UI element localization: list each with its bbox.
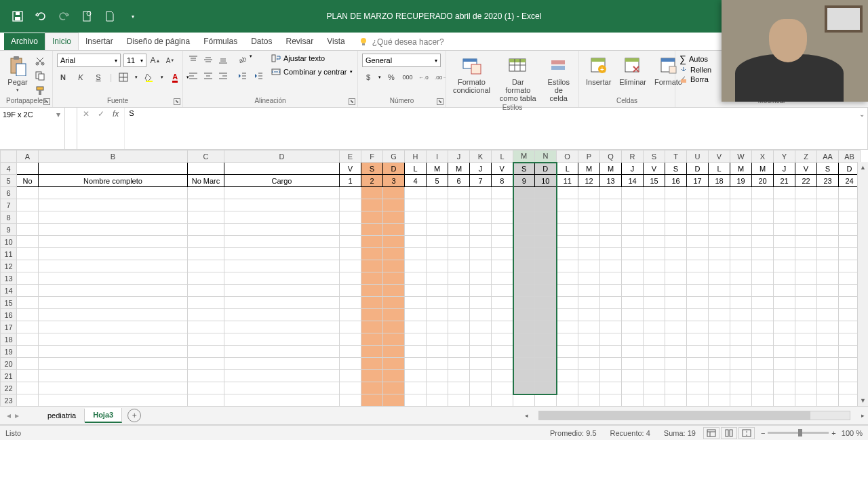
cell-I21[interactable] bbox=[427, 370, 448, 382]
cell-N22[interactable] bbox=[535, 382, 557, 394]
cell-E21[interactable] bbox=[340, 370, 361, 382]
cell-Q15[interactable] bbox=[600, 297, 622, 309]
cell-AA13[interactable] bbox=[817, 272, 839, 285]
col-header-Z[interactable]: Z bbox=[795, 150, 817, 163]
cell-F12[interactable] bbox=[361, 260, 383, 272]
cell-L14[interactable] bbox=[492, 285, 513, 297]
increase-indent-icon[interactable] bbox=[252, 70, 264, 82]
horizontal-scrollbar[interactable] bbox=[538, 411, 850, 420]
cell-Z10[interactable] bbox=[795, 236, 817, 248]
cell-C10[interactable] bbox=[188, 236, 224, 248]
cell-H15[interactable] bbox=[405, 297, 427, 309]
cell-U15[interactable] bbox=[687, 297, 709, 309]
cell-R12[interactable] bbox=[622, 260, 644, 272]
insert-cells-button[interactable]: +Insertar bbox=[583, 54, 614, 87]
cell-K23[interactable] bbox=[470, 394, 492, 407]
row-header-22[interactable]: 22 bbox=[1, 382, 17, 394]
col-header-I[interactable]: I bbox=[427, 150, 448, 163]
increase-decimal-icon[interactable]: ←.0 bbox=[418, 71, 430, 83]
cell-X23[interactable] bbox=[752, 394, 774, 407]
fx-icon[interactable]: fх bbox=[113, 109, 119, 119]
cell-K22[interactable] bbox=[470, 382, 492, 394]
cell-C12[interactable] bbox=[188, 260, 224, 272]
cell-AA8[interactable] bbox=[817, 211, 839, 224]
cell-N18[interactable] bbox=[535, 333, 557, 346]
decrease-decimal-icon[interactable]: .00→ bbox=[434, 71, 446, 83]
cell-K19[interactable] bbox=[470, 346, 492, 358]
cell-R7[interactable] bbox=[622, 199, 644, 211]
cell-F8[interactable] bbox=[361, 211, 383, 224]
cell-N17[interactable] bbox=[535, 321, 557, 333]
orientation-icon[interactable]: ab bbox=[236, 54, 248, 66]
cell-X10[interactable] bbox=[752, 236, 774, 248]
cell-R5[interactable]: 14 bbox=[622, 175, 644, 187]
cell-E14[interactable] bbox=[340, 285, 361, 297]
cell-A6[interactable] bbox=[17, 187, 39, 199]
cell-S5[interactable]: 15 bbox=[644, 175, 665, 187]
cell-J5[interactable]: 6 bbox=[448, 175, 470, 187]
cell-U22[interactable] bbox=[687, 382, 709, 394]
cell-L11[interactable] bbox=[492, 248, 513, 260]
cell-V15[interactable] bbox=[709, 297, 730, 309]
align-middle-icon[interactable] bbox=[202, 54, 214, 66]
row-header-19[interactable]: 19 bbox=[1, 346, 17, 358]
cell-C18[interactable] bbox=[188, 333, 224, 346]
cell-W7[interactable] bbox=[730, 199, 752, 211]
cell-H23[interactable] bbox=[405, 394, 427, 407]
font-name-select[interactable]: Arial▾ bbox=[57, 54, 121, 67]
cell-O16[interactable] bbox=[557, 309, 578, 321]
cell-N19[interactable] bbox=[535, 346, 557, 358]
cell-D23[interactable] bbox=[224, 394, 340, 407]
view-normal-icon[interactable] bbox=[703, 427, 719, 439]
cell-J17[interactable] bbox=[448, 321, 470, 333]
cell-Z5[interactable]: 22 bbox=[795, 175, 817, 187]
cell-P18[interactable] bbox=[578, 333, 600, 346]
cell-T20[interactable] bbox=[665, 358, 687, 370]
cell-F4[interactable]: S bbox=[361, 163, 383, 175]
sheet-nav-prev-icon[interactable]: ◂ bbox=[7, 411, 11, 420]
cell-T23[interactable] bbox=[665, 394, 687, 407]
cell-V19[interactable] bbox=[709, 346, 730, 358]
cell-M18[interactable] bbox=[513, 333, 535, 346]
zoom-out-button[interactable]: − bbox=[761, 429, 765, 437]
cell-J22[interactable] bbox=[448, 382, 470, 394]
col-header-Y[interactable]: Y bbox=[774, 150, 795, 163]
cell-E23[interactable] bbox=[340, 394, 361, 407]
cell-F16[interactable] bbox=[361, 309, 383, 321]
bold-button[interactable]: N bbox=[57, 71, 69, 83]
cell-J11[interactable] bbox=[448, 248, 470, 260]
cell-S17[interactable] bbox=[644, 321, 665, 333]
cell-C4[interactable] bbox=[188, 163, 224, 175]
cell-H17[interactable] bbox=[405, 321, 427, 333]
cell-L18[interactable] bbox=[492, 333, 513, 346]
cell-V22[interactable] bbox=[709, 382, 730, 394]
cell-L23[interactable] bbox=[492, 394, 513, 407]
cell-F13[interactable] bbox=[361, 272, 383, 285]
cell-R4[interactable]: J bbox=[622, 163, 644, 175]
cell-P9[interactable] bbox=[578, 224, 600, 236]
cell-W22[interactable] bbox=[730, 382, 752, 394]
cell-Z16[interactable] bbox=[795, 309, 817, 321]
cell-X14[interactable] bbox=[752, 285, 774, 297]
cell-AA19[interactable] bbox=[817, 346, 839, 358]
cell-T18[interactable] bbox=[665, 333, 687, 346]
cell-A20[interactable] bbox=[17, 358, 39, 370]
cell-A13[interactable] bbox=[17, 272, 39, 285]
cell-AA11[interactable] bbox=[817, 248, 839, 260]
cell-I16[interactable] bbox=[427, 309, 448, 321]
cell-Q6[interactable] bbox=[600, 187, 622, 199]
cell-G4[interactable]: D bbox=[383, 163, 405, 175]
cell-K8[interactable] bbox=[470, 211, 492, 224]
cell-AA4[interactable]: S bbox=[817, 163, 839, 175]
row-header-12[interactable]: 12 bbox=[1, 260, 17, 272]
cell-C14[interactable] bbox=[188, 285, 224, 297]
cell-U11[interactable] bbox=[687, 248, 709, 260]
cell-P23[interactable] bbox=[578, 394, 600, 407]
cell-N16[interactable] bbox=[535, 309, 557, 321]
cell-G17[interactable] bbox=[383, 321, 405, 333]
cell-G16[interactable] bbox=[383, 309, 405, 321]
cancel-formula-icon[interactable]: ✕ bbox=[83, 109, 90, 119]
formula-input[interactable]: S bbox=[124, 108, 867, 149]
row-header-18[interactable]: 18 bbox=[1, 333, 17, 346]
col-header-B[interactable]: B bbox=[39, 150, 188, 163]
